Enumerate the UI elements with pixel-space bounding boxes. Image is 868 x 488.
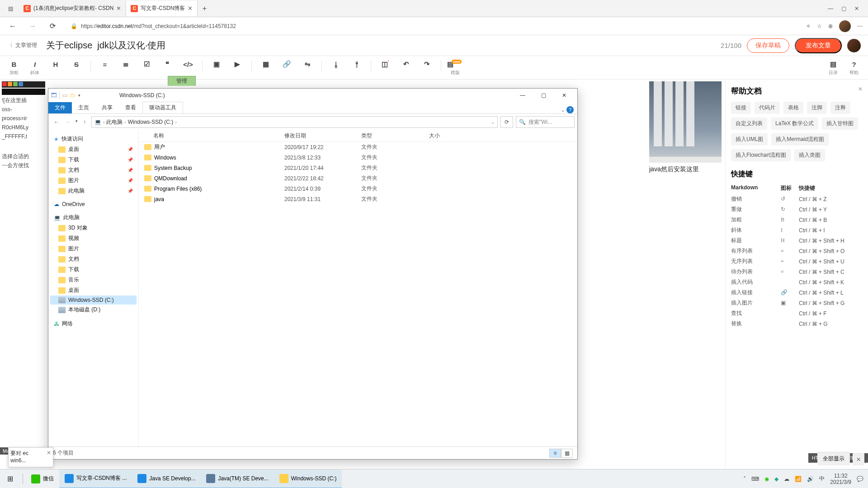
collections-icon[interactable]: ⊕: [828, 23, 833, 29]
read-aloud-icon[interactable]: ✧: [806, 23, 811, 29]
close-icon[interactable]: ✕: [116, 5, 121, 12]
more-icon[interactable]: ⋯: [857, 23, 863, 29]
nav-item[interactable]: 图片: [50, 244, 137, 254]
back-button[interactable]: ←: [5, 19, 20, 33]
browser-tab[interactable]: C 写文章-CSDN博客 ✕: [126, 1, 198, 16]
url-field[interactable]: 🔒 https://editor.csdn.net/md?not_checkou…: [65, 19, 801, 33]
user-avatar[interactable]: [847, 39, 861, 52]
close-icon[interactable]: ✕: [554, 92, 575, 99]
tray-cloud-icon[interactable]: ☁: [784, 476, 789, 482]
italic-button[interactable]: I斜体: [25, 59, 44, 77]
nav-history-icon[interactable]: ▾: [75, 119, 78, 125]
help-tag[interactable]: 插入甘特图: [822, 117, 858, 130]
sidebar-toggle-icon[interactable]: ▤: [2, 0, 19, 17]
tray-keyboard-icon[interactable]: ⌨: [751, 476, 759, 482]
nav-back-icon[interactable]: ←: [54, 119, 59, 125]
nav-forward-icon[interactable]: →: [65, 119, 70, 125]
profile-avatar[interactable]: [839, 20, 851, 32]
new-tab-button[interactable]: +: [198, 5, 211, 13]
article-title-input[interactable]: [42, 38, 715, 54]
nav-item[interactable]: 桌面📌: [50, 144, 137, 155]
help-tag[interactable]: 插入Flowchart流程图: [731, 149, 791, 161]
taskbar-item[interactable]: 写文章-CSDN博客 ...: [59, 469, 132, 488]
path-dropdown-icon[interactable]: ⌄: [491, 120, 495, 125]
file-row[interactable]: 用户2020/9/17 19:22文件夹: [139, 142, 577, 152]
help-tag[interactable]: 注释: [830, 102, 850, 114]
ol-button[interactable]: ≣: [116, 59, 135, 70]
strike-button[interactable]: S: [67, 59, 86, 70]
file-list[interactable]: 名称 修改日期 类型 大小 用户2020/9/17 19:22文件夹Window…: [139, 130, 577, 446]
browser-tab[interactable]: C (1条消息)eclipse安装教程- CSDN ✕: [19, 1, 126, 16]
help-button[interactable]: ?帮助: [844, 59, 863, 77]
file-row[interactable]: Windows2021/3/8 12:33文件夹: [139, 152, 577, 163]
table-button[interactable]: ▦: [256, 59, 275, 70]
breadcrumb-item[interactable]: 此电脑: [106, 118, 123, 126]
help-tag[interactable]: 插入Mermaid流程图: [771, 133, 829, 145]
nav-item[interactable]: 本地磁盘 (D:): [50, 305, 137, 315]
help-icon[interactable]: ?: [566, 106, 574, 113]
path-breadcrumb[interactable]: 💻 › 此电脑 › Windows-SSD (C:) › ⌄: [91, 116, 498, 128]
ul-button[interactable]: ≡: [95, 59, 114, 70]
help-tag[interactable]: 插入类图: [794, 149, 825, 161]
image-button[interactable]: ▣: [207, 59, 226, 70]
help-tag[interactable]: 插入UML图: [731, 133, 768, 145]
view-large-icon[interactable]: ▦: [561, 449, 573, 458]
video-button[interactable]: ▶: [228, 59, 247, 70]
nav-item[interactable]: 下载: [50, 264, 137, 275]
taskbar-item[interactable]: Java(TM) SE Deve...: [201, 469, 274, 488]
hr-button[interactable]: ⇋: [298, 59, 317, 70]
help-tag[interactable]: 自定义列表: [731, 117, 767, 130]
help-tag[interactable]: 链接: [731, 102, 751, 114]
ribbon-tab-file[interactable]: 文件: [48, 102, 72, 113]
ribbon-tab-share[interactable]: 共享: [95, 102, 119, 113]
undo-button[interactable]: ↶: [396, 59, 415, 70]
nav-item[interactable]: 3D 对象: [50, 223, 137, 233]
nav-item[interactable]: 此电脑📌: [50, 186, 137, 196]
template-button[interactable]: ▤new模版: [446, 59, 465, 77]
nav-item[interactable]: 视频: [50, 233, 137, 244]
taskbar-item[interactable]: 微信: [26, 469, 59, 488]
col-size[interactable]: 大小: [429, 132, 483, 140]
nav-up-icon[interactable]: ↑: [83, 119, 86, 125]
toc-button[interactable]: ▤目录: [824, 59, 843, 77]
close-icon[interactable]: ✕: [854, 5, 859, 12]
nav-network[interactable]: 🖧网络: [50, 319, 137, 329]
file-row[interactable]: QMDownload2021/2/22 18:42文件夹: [139, 173, 577, 183]
tray-up-icon[interactable]: ˄: [743, 476, 746, 482]
properties-icon[interactable]: ▭: [62, 92, 67, 99]
tray-security-icon[interactable]: ◆: [774, 476, 778, 482]
start-button[interactable]: ⊞: [0, 474, 20, 483]
file-row[interactable]: System Backup2021/1/20 17:44文件夹: [139, 163, 577, 173]
notification-icon[interactable]: 💬: [857, 476, 863, 482]
link-button[interactable]: 🔗: [277, 59, 296, 70]
view-details-icon[interactable]: ≡: [549, 449, 561, 458]
nav-item[interactable]: 文档: [50, 254, 137, 264]
qat-dropdown-icon[interactable]: ▾: [78, 93, 80, 98]
nav-pane[interactable]: ★快速访问 桌面📌下载📌文档📌图片📌此电脑📌 ☁OneDrive 💻此电脑 3D…: [48, 130, 139, 446]
nav-item[interactable]: 下载📌: [50, 155, 137, 165]
help-tag[interactable]: LaTeX 数学公式: [771, 117, 818, 130]
help-tag[interactable]: 注脚: [807, 102, 827, 114]
nav-item[interactable]: 图片📌: [50, 175, 137, 186]
favorites-icon[interactable]: ☆: [817, 23, 822, 29]
ribbon-tab-drive-tools[interactable]: 驱动器工具: [142, 102, 183, 113]
code-button[interactable]: </>: [179, 59, 198, 70]
export-button[interactable]: ⭱: [347, 59, 366, 70]
nav-item[interactable]: Windows-SSD (C:): [50, 296, 137, 305]
folder-icon[interactable]: 🗀: [70, 92, 75, 99]
nav-item[interactable]: 桌面: [50, 285, 137, 296]
help-tag[interactable]: 代码片: [755, 102, 780, 114]
ribbon-tab-home[interactable]: 主页: [72, 102, 95, 113]
heading-button[interactable]: H: [46, 59, 65, 70]
notification-toast[interactable]: ✕ 要对 ec win6...: [8, 447, 53, 467]
checklist-button[interactable]: ☑: [137, 59, 156, 70]
refresh-button[interactable]: ⟳: [45, 19, 60, 33]
publish-button[interactable]: 发布文章: [795, 38, 842, 53]
refresh-button[interactable]: ⟳: [500, 116, 513, 128]
quote-button[interactable]: ❝: [158, 59, 177, 70]
file-row[interactable]: Program Files (x86)2021/2/14 0:39文件夹: [139, 183, 577, 194]
editor-source-pane[interactable]: ![在这里插 oss- process=ir R0cHM6Ly _FFFFFF,…: [0, 80, 47, 488]
taskbar-clock[interactable]: 11:322021/3/9: [830, 473, 851, 485]
ribbon-tab-view[interactable]: 查看: [119, 102, 142, 113]
close-icon[interactable]: ✕: [47, 450, 51, 456]
